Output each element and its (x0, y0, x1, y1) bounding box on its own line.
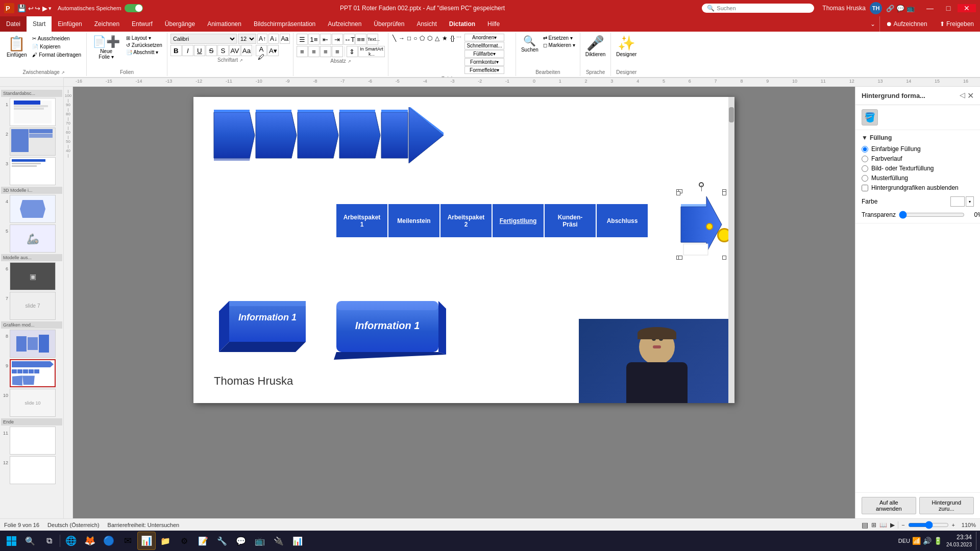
panel-back-icon[interactable]: ◁ (960, 91, 965, 101)
italic-btn[interactable]: I (182, 45, 193, 56)
selected-arrow-container[interactable] (678, 191, 724, 258)
slide-canvas[interactable]: Arbeitspaket1 Meilenstein Arbeitspaket2 … (193, 97, 734, 403)
radio-bild[interactable]: Bild- oder Texturfüllung (862, 165, 974, 172)
textausg-btn[interactable]: Text... (367, 34, 378, 45)
ribbon-collapse-btn[interactable]: ⌄ (866, 16, 879, 32)
btn-zuruecksetzen[interactable]: ↺ Zurücksetzen (125, 42, 164, 48)
bold-btn[interactable]: B (170, 45, 182, 56)
language-indicator[interactable]: Deutsch (Österreich) (47, 522, 99, 528)
process-box-3[interactable]: Arbeitspaket2 (440, 204, 492, 237)
zoom-slider[interactable] (908, 521, 949, 529)
btn-neue-folie[interactable]: 📄➕ Neue Folie ▾ (90, 34, 122, 61)
undo-icon[interactable]: ↩ (28, 5, 34, 12)
search-input[interactable] (717, 5, 803, 11)
radio-farbverlauf[interactable]: Farbverlauf (862, 155, 974, 162)
taskbar-app7[interactable]: 🔌 (270, 532, 288, 550)
btn-diktieren[interactable]: 🎤 Diktieren (583, 34, 607, 58)
rect-icon[interactable]: □ (406, 34, 412, 74)
close-btn[interactable]: ✕ (958, 4, 976, 12)
qat-more-icon[interactable]: ▾ (48, 5, 52, 12)
btn-einfuegen[interactable]: 📋 Einfügen (4, 34, 29, 59)
strikethrough-btn[interactable]: S (206, 45, 217, 56)
textshadow-btn[interactable]: S (217, 45, 229, 56)
increase-indent-btn[interactable]: ⇥ (332, 34, 343, 45)
taskbar-app1[interactable]: 📁 (156, 532, 175, 550)
tab-start[interactable]: Start (27, 16, 52, 32)
align-right-btn[interactable]: ≡ (320, 46, 331, 57)
slide-thumb-2[interactable]: 2 (1, 128, 62, 156)
slide-thumb-8[interactable]: 8 (1, 330, 62, 358)
btn-abschnitt[interactable]: 📑 Abschnitt ▾ (125, 49, 164, 56)
comment-icon[interactable]: 💬 (896, 5, 904, 12)
flowchart-icon[interactable]: ⬡ (426, 34, 433, 74)
info-box-2[interactable]: Information 1 (326, 296, 454, 367)
btn-format-uebertragen[interactable]: 🖌 Format übertragen (30, 51, 83, 59)
schnellformatvorlagen-btn[interactable]: Schnellformat... (464, 42, 504, 49)
freigeben-btn[interactable]: ⬆ Freigeben (934, 16, 980, 32)
columns-btn[interactable]: ≡≡ (355, 34, 366, 45)
section-fill-title[interactable]: ▼ Füllung (862, 134, 974, 141)
case-btn[interactable]: Aa (241, 45, 252, 56)
color-dropdown-btn[interactable]: ▾ (966, 196, 974, 207)
arrow-icon[interactable]: → (398, 34, 406, 74)
zoom-in-btn[interactable]: + (952, 522, 955, 528)
slide-thumb-11[interactable]: 11 (1, 427, 62, 455)
btn-markieren[interactable]: ◻ Markieren ▾ (542, 42, 577, 48)
apply-all-btn[interactable]: Auf alle anwenden (862, 497, 916, 514)
smartart-btn[interactable]: In SmartArt k... (358, 46, 385, 57)
anordnen-btn[interactable]: Anordnen▾ (464, 34, 504, 41)
font-family-select[interactable]: Calibri (170, 34, 237, 44)
more-shapes-icon[interactable]: ⋯ (456, 34, 462, 74)
star-icon[interactable]: ★ (441, 34, 449, 74)
line-spacing-btn[interactable]: ⇕ (347, 46, 358, 57)
taskbar-clock[interactable]: 23:34 24.03.2023 (944, 534, 974, 548)
color-swatch[interactable] (950, 196, 965, 207)
text-direction-btn[interactable]: ↔T (344, 34, 355, 45)
slide-thumb-1[interactable]: 1 (1, 98, 62, 126)
clear-format-btn[interactable]: Aa (280, 34, 290, 44)
tab-ueberpruefen[interactable]: Überprüfen (368, 16, 410, 32)
slide-thumb-4[interactable]: 4 (1, 195, 62, 223)
align-left-btn[interactable]: ≡ (297, 46, 308, 57)
taskbar-app8[interactable]: 📊 (288, 532, 307, 550)
process-box-4[interactable]: Fertigstllung (493, 204, 544, 237)
btn-designer[interactable]: ✨ Designer (614, 34, 639, 58)
reading-view-btn[interactable]: 📖 (879, 521, 887, 529)
highlight-btn[interactable]: A🖊 (256, 45, 267, 56)
reset-bg-btn[interactable]: Hintergrund zuru... (919, 497, 974, 514)
fuellfarbe-btn[interactable]: Füllfarbe▾ (464, 50, 504, 58)
process-box-2[interactable]: Meilenstein (388, 204, 439, 237)
present-btn-icon[interactable]: 📺 (906, 5, 915, 12)
tab-animationen[interactable]: Animationen (201, 16, 248, 32)
taskbar-app4[interactable]: 🔧 (213, 532, 231, 550)
search-box[interactable]: 🔍 (702, 4, 814, 13)
accessibility-indicator[interactable]: Barrierefreiheit: Untersuchen (108, 522, 180, 528)
slideshow-btn[interactable]: ▶ (890, 521, 895, 529)
maximize-btn[interactable]: □ (939, 4, 958, 12)
tab-ansicht[interactable]: Ansicht (410, 16, 443, 32)
panel-close-icon[interactable]: ✕ (967, 91, 974, 101)
show-desktop-btn[interactable] (976, 532, 978, 550)
tab-aufzeichnen[interactable]: Aufzeichnen (322, 16, 368, 32)
decrease-font-btn[interactable]: A↓ (268, 34, 279, 44)
btn-layout[interactable]: ⊞ Layout ▾ (125, 35, 164, 41)
tab-bildschirmpraesenation[interactable]: Bildschirmpräsentation (248, 16, 322, 32)
fontcolor-btn[interactable]: A▾ (267, 45, 279, 56)
btn-kopieren[interactable]: 📄 Kopieren (30, 43, 83, 51)
tray-sound[interactable]: 🔊 (923, 537, 932, 545)
slide-thumb-6[interactable]: 6 ▣ (1, 262, 62, 290)
underline-btn[interactable]: U (194, 45, 205, 56)
font-size-select[interactable]: 12 (238, 34, 256, 44)
process-box-6[interactable]: Abschluss (597, 204, 648, 237)
radio-einfarbig[interactable]: Einfarbige Füllung (862, 145, 974, 153)
tab-hilfe[interactable]: Hilfe (481, 16, 506, 32)
radio-muster[interactable]: Musterfüllung (862, 174, 974, 182)
taskbar-chrome[interactable]: 🔵 (100, 532, 118, 550)
taskbar-powerpoint[interactable]: 📊 (137, 532, 156, 550)
taskbar-mail[interactable]: ✉ (118, 532, 137, 550)
increase-font-btn[interactable]: A↑ (257, 34, 267, 44)
decrease-indent-btn[interactable]: ⇤ (320, 34, 331, 45)
list-btn[interactable]: ☰ (297, 34, 308, 45)
numlist-btn[interactable]: 1≡ (308, 34, 320, 45)
bracket-icon[interactable]: {} (449, 34, 455, 74)
